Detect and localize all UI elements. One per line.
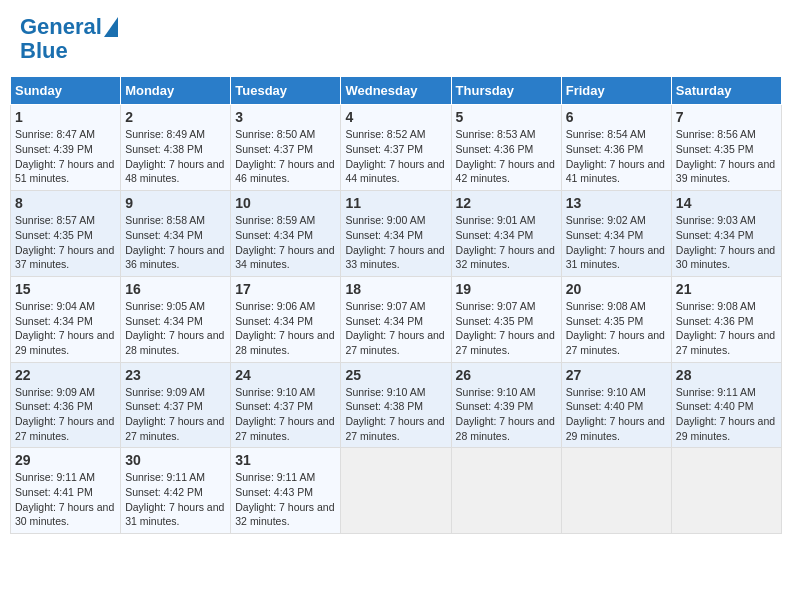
day-number: 9 [125, 195, 226, 211]
day-number: 19 [456, 281, 557, 297]
day-number: 21 [676, 281, 777, 297]
calendar-cell [341, 448, 451, 534]
day-number: 20 [566, 281, 667, 297]
calendar-cell: 19 Sunrise: 9:07 AMSunset: 4:35 PMDaylig… [451, 276, 561, 362]
day-number: 15 [15, 281, 116, 297]
day-number: 6 [566, 109, 667, 125]
day-number: 23 [125, 367, 226, 383]
calendar-cell: 12 Sunrise: 9:01 AMSunset: 4:34 PMDaylig… [451, 191, 561, 277]
day-number: 3 [235, 109, 336, 125]
calendar-cell: 4 Sunrise: 8:52 AMSunset: 4:37 PMDayligh… [341, 105, 451, 191]
day-info: Sunrise: 9:11 AMSunset: 4:43 PMDaylight:… [235, 471, 334, 527]
calendar-cell: 29 Sunrise: 9:11 AMSunset: 4:41 PMDaylig… [11, 448, 121, 534]
day-info: Sunrise: 9:00 AMSunset: 4:34 PMDaylight:… [345, 214, 444, 270]
day-number: 26 [456, 367, 557, 383]
calendar-cell: 17 Sunrise: 9:06 AMSunset: 4:34 PMDaylig… [231, 276, 341, 362]
calendar-cell: 11 Sunrise: 9:00 AMSunset: 4:34 PMDaylig… [341, 191, 451, 277]
day-number: 8 [15, 195, 116, 211]
day-number: 22 [15, 367, 116, 383]
day-number: 30 [125, 452, 226, 468]
day-info: Sunrise: 9:10 AMSunset: 4:40 PMDaylight:… [566, 386, 665, 442]
day-info: Sunrise: 9:03 AMSunset: 4:34 PMDaylight:… [676, 214, 775, 270]
day-info: Sunrise: 9:10 AMSunset: 4:37 PMDaylight:… [235, 386, 334, 442]
day-info: Sunrise: 8:56 AMSunset: 4:35 PMDaylight:… [676, 128, 775, 184]
day-number: 28 [676, 367, 777, 383]
weekday-header-thursday: Thursday [451, 77, 561, 105]
calendar-cell: 6 Sunrise: 8:54 AMSunset: 4:36 PMDayligh… [561, 105, 671, 191]
day-number: 25 [345, 367, 446, 383]
day-info: Sunrise: 9:08 AMSunset: 4:35 PMDaylight:… [566, 300, 665, 356]
day-number: 31 [235, 452, 336, 468]
logo-triangle-icon [104, 17, 118, 37]
weekday-header-wednesday: Wednesday [341, 77, 451, 105]
calendar-cell: 20 Sunrise: 9:08 AMSunset: 4:35 PMDaylig… [561, 276, 671, 362]
day-info: Sunrise: 9:04 AMSunset: 4:34 PMDaylight:… [15, 300, 114, 356]
calendar-cell: 24 Sunrise: 9:10 AMSunset: 4:37 PMDaylig… [231, 362, 341, 448]
day-number: 17 [235, 281, 336, 297]
calendar-cell [671, 448, 781, 534]
day-info: Sunrise: 9:09 AMSunset: 4:37 PMDaylight:… [125, 386, 224, 442]
day-number: 12 [456, 195, 557, 211]
calendar-cell: 30 Sunrise: 9:11 AMSunset: 4:42 PMDaylig… [121, 448, 231, 534]
calendar-cell: 31 Sunrise: 9:11 AMSunset: 4:43 PMDaylig… [231, 448, 341, 534]
page-header: General Blue [10, 10, 782, 68]
calendar-cell: 27 Sunrise: 9:10 AMSunset: 4:40 PMDaylig… [561, 362, 671, 448]
day-info: Sunrise: 9:11 AMSunset: 4:40 PMDaylight:… [676, 386, 775, 442]
day-number: 24 [235, 367, 336, 383]
calendar-cell: 18 Sunrise: 9:07 AMSunset: 4:34 PMDaylig… [341, 276, 451, 362]
calendar-cell: 14 Sunrise: 9:03 AMSunset: 4:34 PMDaylig… [671, 191, 781, 277]
weekday-header-saturday: Saturday [671, 77, 781, 105]
day-number: 11 [345, 195, 446, 211]
day-number: 7 [676, 109, 777, 125]
logo-text-line2: Blue [20, 39, 68, 63]
calendar-cell: 21 Sunrise: 9:08 AMSunset: 4:36 PMDaylig… [671, 276, 781, 362]
day-info: Sunrise: 8:49 AMSunset: 4:38 PMDaylight:… [125, 128, 224, 184]
day-info: Sunrise: 9:02 AMSunset: 4:34 PMDaylight:… [566, 214, 665, 270]
calendar-cell [451, 448, 561, 534]
day-number: 14 [676, 195, 777, 211]
day-info: Sunrise: 8:58 AMSunset: 4:34 PMDaylight:… [125, 214, 224, 270]
calendar-week-row: 22 Sunrise: 9:09 AMSunset: 4:36 PMDaylig… [11, 362, 782, 448]
calendar-week-row: 29 Sunrise: 9:11 AMSunset: 4:41 PMDaylig… [11, 448, 782, 534]
calendar-cell: 3 Sunrise: 8:50 AMSunset: 4:37 PMDayligh… [231, 105, 341, 191]
calendar-cell: 23 Sunrise: 9:09 AMSunset: 4:37 PMDaylig… [121, 362, 231, 448]
day-info: Sunrise: 8:59 AMSunset: 4:34 PMDaylight:… [235, 214, 334, 270]
calendar-cell: 1 Sunrise: 8:47 AMSunset: 4:39 PMDayligh… [11, 105, 121, 191]
day-info: Sunrise: 8:54 AMSunset: 4:36 PMDaylight:… [566, 128, 665, 184]
day-info: Sunrise: 8:52 AMSunset: 4:37 PMDaylight:… [345, 128, 444, 184]
day-info: Sunrise: 9:07 AMSunset: 4:34 PMDaylight:… [345, 300, 444, 356]
day-info: Sunrise: 8:50 AMSunset: 4:37 PMDaylight:… [235, 128, 334, 184]
day-number: 27 [566, 367, 667, 383]
calendar-cell: 10 Sunrise: 8:59 AMSunset: 4:34 PMDaylig… [231, 191, 341, 277]
day-number: 16 [125, 281, 226, 297]
day-number: 1 [15, 109, 116, 125]
calendar-cell: 16 Sunrise: 9:05 AMSunset: 4:34 PMDaylig… [121, 276, 231, 362]
day-info: Sunrise: 9:08 AMSunset: 4:36 PMDaylight:… [676, 300, 775, 356]
day-number: 2 [125, 109, 226, 125]
calendar-table: SundayMondayTuesdayWednesdayThursdayFrid… [10, 76, 782, 534]
day-number: 13 [566, 195, 667, 211]
calendar-cell: 15 Sunrise: 9:04 AMSunset: 4:34 PMDaylig… [11, 276, 121, 362]
calendar-cell: 7 Sunrise: 8:56 AMSunset: 4:35 PMDayligh… [671, 105, 781, 191]
day-info: Sunrise: 9:11 AMSunset: 4:41 PMDaylight:… [15, 471, 114, 527]
logo-text-line1: General [20, 15, 102, 39]
day-info: Sunrise: 9:05 AMSunset: 4:34 PMDaylight:… [125, 300, 224, 356]
weekday-header-tuesday: Tuesday [231, 77, 341, 105]
day-info: Sunrise: 9:11 AMSunset: 4:42 PMDaylight:… [125, 471, 224, 527]
day-info: Sunrise: 9:09 AMSunset: 4:36 PMDaylight:… [15, 386, 114, 442]
calendar-cell: 26 Sunrise: 9:10 AMSunset: 4:39 PMDaylig… [451, 362, 561, 448]
day-info: Sunrise: 8:53 AMSunset: 4:36 PMDaylight:… [456, 128, 555, 184]
calendar-cell: 2 Sunrise: 8:49 AMSunset: 4:38 PMDayligh… [121, 105, 231, 191]
weekday-header-monday: Monday [121, 77, 231, 105]
day-info: Sunrise: 9:07 AMSunset: 4:35 PMDaylight:… [456, 300, 555, 356]
day-info: Sunrise: 8:47 AMSunset: 4:39 PMDaylight:… [15, 128, 114, 184]
logo: General Blue [20, 15, 118, 63]
calendar-cell: 28 Sunrise: 9:11 AMSunset: 4:40 PMDaylig… [671, 362, 781, 448]
calendar-cell [561, 448, 671, 534]
calendar-week-row: 8 Sunrise: 8:57 AMSunset: 4:35 PMDayligh… [11, 191, 782, 277]
day-number: 4 [345, 109, 446, 125]
day-info: Sunrise: 9:10 AMSunset: 4:39 PMDaylight:… [456, 386, 555, 442]
calendar-week-row: 1 Sunrise: 8:47 AMSunset: 4:39 PMDayligh… [11, 105, 782, 191]
day-info: Sunrise: 9:06 AMSunset: 4:34 PMDaylight:… [235, 300, 334, 356]
day-number: 5 [456, 109, 557, 125]
